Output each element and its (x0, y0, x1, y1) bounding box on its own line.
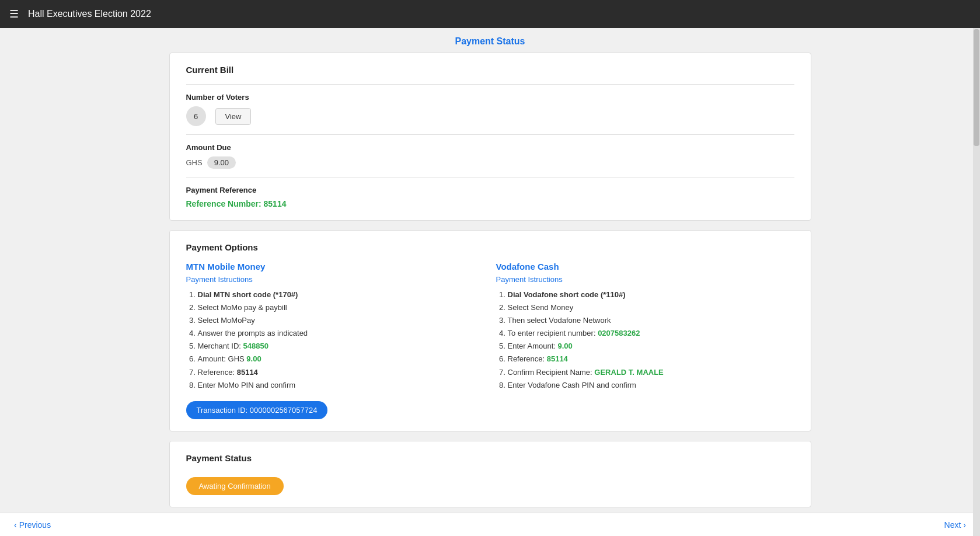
amount-badge: 9.00 (207, 156, 236, 169)
list-item: Enter Amount: 9.00 (508, 340, 794, 353)
previous-button[interactable]: ‹ Previous (14, 520, 51, 530)
list-item: Dial MTN short code (*170#) (198, 288, 484, 301)
divider-3 (186, 177, 794, 177)
prev-icon: ‹ (14, 520, 17, 530)
transaction-id-badge: Transaction ID: 0000002567057724 (186, 401, 328, 419)
payment-options-card: Payment Options MTN Mobile Money Payment… (169, 230, 811, 431)
vodafone-title: Vodafone Cash (496, 262, 794, 272)
vodafone-instructions-label: Payment Istructions (496, 275, 794, 284)
payment-reference-label: Payment Reference (186, 186, 794, 194)
app-title: Hall Executives Election 2022 (28, 9, 151, 19)
vodafone-steps-list: Dial Vodafone short code (*110#) Select … (496, 288, 794, 392)
list-item: Then select Vodafone Network (508, 314, 794, 327)
payment-options-grid: MTN Mobile Money Payment Istructions Dia… (186, 262, 794, 419)
page-title-bar: Payment Status (0, 28, 980, 53)
list-item: Answer the prompts as indicated (198, 327, 484, 340)
currency-label: GHS (186, 158, 203, 167)
next-button[interactable]: Next › (944, 520, 966, 530)
next-label: Next (944, 520, 961, 530)
page-title: Payment Status (455, 36, 525, 46)
list-item: Confirm Recipient Name: GERALD T. MAALE (508, 366, 794, 379)
awaiting-confirmation-badge: Awating Confirmation (186, 477, 284, 495)
mtn-steps-list: Dial MTN short code (*170#) Select MoMo … (186, 288, 484, 392)
previous-label: Previous (19, 520, 51, 530)
list-item: Amount: GHS 9.00 (198, 353, 484, 366)
mtn-title: MTN Mobile Money (186, 262, 484, 272)
list-item: Dial Vodafone short code (*110#) (508, 288, 794, 301)
divider-1 (186, 84, 794, 85)
list-item: Reference: 85114 (508, 353, 794, 366)
next-icon: › (963, 520, 966, 530)
current-bill-card: Current Bill Number of Voters 6 View Amo… (169, 53, 811, 221)
menu-icon[interactable]: ☰ (9, 8, 19, 20)
payment-status-card: Payment Status Awating Confirmation (169, 441, 811, 507)
list-item: Reference: 85114 (198, 366, 484, 379)
number-of-voters-label: Number of Voters (186, 93, 794, 102)
footer-nav: ‹ Previous Next › (0, 513, 980, 536)
vodafone-section: Vodafone Cash Payment Istructions Dial V… (496, 262, 794, 419)
list-item: To enter recipient number: 0207583262 (508, 327, 794, 340)
list-item: Select MoMo pay & paybill (198, 301, 484, 314)
payment-options-title: Payment Options (186, 242, 794, 252)
list-item: Enter Vodafone Cash PIN and confirm (508, 379, 794, 392)
header: ☰ Hall Executives Election 2022 (0, 0, 980, 28)
main-content: Current Bill Number of Voters 6 View Amo… (158, 53, 823, 536)
reference-value: Reference Number: 85114 (186, 199, 794, 208)
divider-2 (186, 134, 794, 135)
voters-count-badge: 6 (186, 106, 206, 126)
amount-row: GHS 9.00 (186, 156, 794, 169)
list-item: Select MoMoPay (198, 314, 484, 327)
view-button[interactable]: View (215, 108, 252, 125)
amount-due-label: Amount Due (186, 143, 794, 152)
scrollbar-track[interactable] (973, 28, 980, 536)
list-item: Select Send Money (508, 301, 794, 314)
list-item: Merchant ID: 548850 (198, 340, 484, 353)
list-item: Enter MoMo PIN and confirm (198, 379, 484, 392)
mtn-instructions-label: Payment Istructions (186, 275, 484, 284)
voters-row: 6 View (186, 106, 794, 126)
mtn-section: MTN Mobile Money Payment Istructions Dia… (186, 262, 484, 419)
current-bill-title: Current Bill (186, 65, 794, 75)
scrollbar-thumb[interactable] (974, 29, 979, 146)
payment-status-title: Payment Status (186, 453, 794, 463)
